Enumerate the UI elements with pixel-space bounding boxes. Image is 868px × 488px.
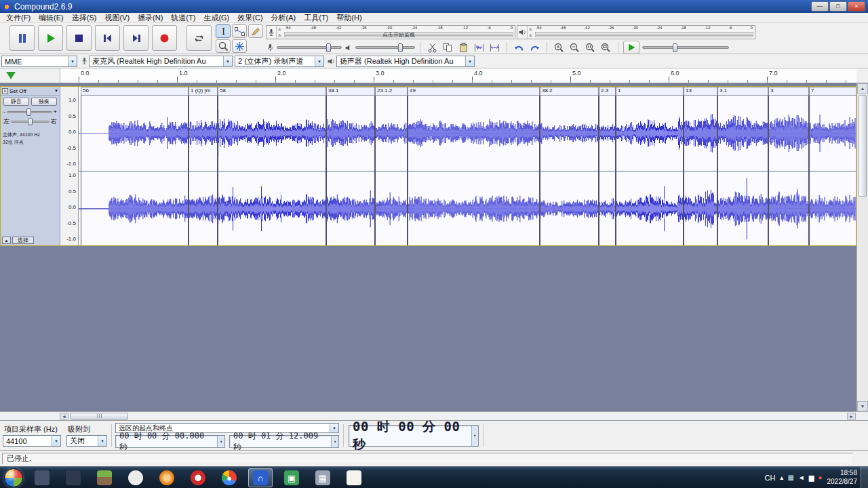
minimize-button[interactable]: —	[811, 1, 829, 12]
loop-button[interactable]	[186, 25, 212, 51]
multi-button[interactable]	[232, 39, 247, 53]
scroll-left-button[interactable]: ◄	[60, 413, 68, 420]
undo-button[interactable]	[512, 41, 526, 54]
menu-item[interactable]: 分析(A)	[268, 13, 300, 23]
record-button[interactable]	[152, 25, 177, 51]
menu-item[interactable]: 文件(F)	[3, 13, 34, 23]
trim-audio-button[interactable]	[472, 41, 486, 54]
copy-button[interactable]	[441, 41, 455, 54]
taskbar-minecraft-button[interactable]	[92, 468, 117, 487]
input-channels-combo[interactable]: 2 (立体声) 录制声道▾	[235, 56, 324, 67]
taskbar-panda-app-button[interactable]	[123, 468, 148, 487]
amplitude-ruler[interactable]: 1.00.50.0-0.5-1.01.00.50.0-0.5-1.0	[60, 87, 79, 245]
pause-button[interactable]	[9, 25, 35, 51]
taskbar-notepad-button[interactable]	[342, 468, 366, 487]
menu-item[interactable]: 效果(C)	[234, 13, 266, 23]
silence-audio-button[interactable]	[488, 41, 502, 54]
selection-end-field[interactable]: 00 时 01 分 12.009 秒▾	[229, 435, 339, 448]
start-button[interactable]	[4, 468, 23, 487]
zoom-out-button[interactable]	[568, 41, 582, 54]
clip-header[interactable]: 38.2	[540, 87, 599, 96]
menu-item[interactable]: 帮助(H)	[333, 13, 365, 23]
snap-combo[interactable]: 关闭▾	[66, 435, 107, 447]
draw-button[interactable]	[248, 24, 263, 38]
menu-item[interactable]: 视图(V)	[101, 13, 133, 23]
clip-header[interactable]: 2.3	[599, 87, 616, 96]
taskbar-pinned-app-2-button[interactable]	[61, 468, 85, 487]
clip-header[interactable]: 13	[684, 87, 717, 96]
stop-button[interactable]	[66, 25, 92, 51]
clip-header[interactable]: 56	[81, 87, 189, 96]
mute-button[interactable]: 静音	[3, 98, 29, 106]
menu-item[interactable]: 工具(T)	[300, 13, 332, 23]
monitor-hint-text[interactable]: 点击开始监视	[283, 31, 515, 39]
taskbar-audacity-button[interactable]: ∩	[248, 468, 273, 487]
vertical-scroll-thumb[interactable]	[859, 95, 867, 197]
taskbar-orange-disc-app-button[interactable]	[155, 468, 179, 487]
timeline-scale[interactable]: 0.01.02.03.04.05.06.07.0	[60, 68, 856, 83]
play-speed-slider[interactable]	[642, 46, 729, 49]
horizontal-scroll-thumb[interactable]	[70, 413, 128, 420]
waveform-channel-left[interactable]	[79, 96, 856, 171]
zoom-in-button[interactable]	[552, 41, 566, 54]
select-track-button[interactable]: 选择	[12, 237, 34, 244]
envelope-button[interactable]	[232, 24, 247, 38]
track-name[interactable]: Set Off	[9, 88, 53, 94]
taskbar-media-player-button[interactable]	[186, 468, 210, 487]
taskbar-clock[interactable]: 18:58 2022/8/27	[827, 469, 858, 486]
gain-slider[interactable]: - +	[1, 106, 60, 115]
clip-header[interactable]: 3	[768, 87, 809, 96]
timeline-ruler[interactable]: 0.01.02.03.04.05.06.07.0	[0, 68, 868, 83]
play-at-speed-button[interactable]	[623, 41, 639, 54]
scroll-down-button[interactable]: ▼	[857, 401, 868, 411]
clip-header[interactable]: 7	[809, 87, 856, 96]
skip-to-end-button[interactable]	[123, 25, 149, 51]
zoom-selection-button[interactable]	[583, 41, 597, 54]
waveform-channel-right[interactable]	[79, 171, 856, 245]
taskbar-pinned-app-1-button[interactable]	[30, 468, 54, 487]
menu-item[interactable]: 编辑(E)	[35, 13, 67, 23]
vertical-scrollbar[interactable]: ▲ ▼	[856, 83, 868, 411]
language-indicator[interactable]: CH	[764, 474, 775, 482]
waveform-area[interactable]: 561 (Q) [m5838.123.1.24938.22.31133.137	[79, 87, 856, 245]
playback-meter[interactable]: 左右 -54-48-42-36-30-24-18-12-60	[517, 25, 755, 39]
clip-header[interactable]: 38.1	[326, 87, 375, 96]
taskbar-calculator-button[interactable]: ▦	[311, 468, 335, 487]
pan-slider[interactable]: 左 右	[1, 115, 60, 126]
playback-volume-slider[interactable]	[344, 43, 415, 52]
audio-host-combo[interactable]: MME▾	[1, 56, 77, 67]
ime-icon[interactable]: ▦	[787, 474, 793, 481]
hidden-icons-arrow[interactable]: ▴	[780, 474, 783, 481]
collapse-track-button[interactable]: ▲	[2, 237, 11, 244]
taskbar-screen-tool-button[interactable]: ▣	[279, 468, 304, 487]
output-device-combo[interactable]: 扬声器 (Realtek High Definition Au▾	[336, 56, 475, 67]
solo-button[interactable]: 独奏	[31, 98, 57, 106]
project-rate-combo[interactable]: 44100▾	[3, 435, 61, 447]
clip-header[interactable]: 1	[616, 87, 684, 96]
scroll-up-button[interactable]: ▲	[857, 83, 868, 94]
recording-meter[interactable]: 左右 -54-48-42-36-30-24-18-12-60 点击开始监视	[266, 25, 515, 39]
input-device-combo[interactable]: 麦克风 (Realtek High Definition Au▾	[89, 56, 233, 67]
selection-button[interactable]: I	[216, 24, 231, 38]
track-menu-arrow-icon[interactable]: ▼	[54, 89, 58, 93]
notification-icon[interactable]: ●	[818, 474, 822, 481]
clip-header[interactable]: 23.1.2	[375, 87, 408, 96]
skip-to-start-button[interactable]	[95, 25, 120, 51]
zoom-button[interactable]	[216, 39, 231, 53]
clip-header[interactable]: 58	[218, 87, 326, 96]
zoom-fit-button[interactable]	[599, 41, 613, 54]
menu-item[interactable]: 选择(S)	[68, 13, 100, 23]
pinned-playhead-icon[interactable]	[6, 72, 16, 79]
track-close-button[interactable]: ×	[2, 88, 8, 94]
show-desktop-button[interactable]	[861, 467, 868, 488]
menu-item[interactable]: 生成(G)	[200, 13, 233, 23]
clip-header[interactable]: 3.1	[717, 87, 768, 96]
taskbar-chrome-browser-button[interactable]: ●	[217, 468, 241, 487]
audio-position-field[interactable]: 00 时 00 分 00 秒▾	[349, 425, 479, 447]
cut-button[interactable]	[425, 41, 439, 54]
clip-header[interactable]: 49	[408, 87, 540, 96]
play-button[interactable]	[38, 25, 63, 51]
redo-button[interactable]	[528, 41, 542, 54]
clip-header[interactable]: 1 (Q) [m	[189, 87, 218, 96]
network-icon[interactable]: ▆	[809, 474, 814, 481]
